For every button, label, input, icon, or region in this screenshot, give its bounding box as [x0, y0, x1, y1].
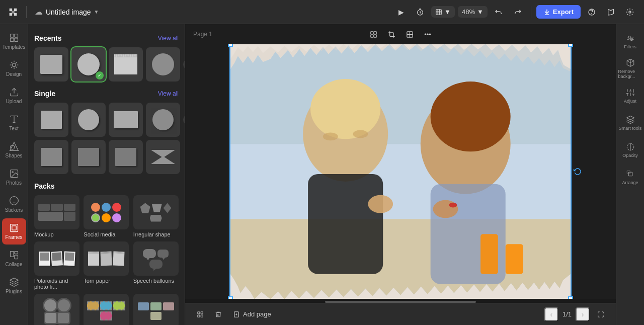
canvas-frame[interactable] — [229, 44, 572, 299]
pack-torn[interactable]: Torn paper — [84, 241, 129, 290]
sidebar-item-plugins[interactable]: Plugins — [2, 273, 26, 299]
pack-plastic[interactable]: Plastic — [133, 294, 179, 325]
add-page-button[interactable]: Add page — [229, 308, 275, 320]
svg-rect-23 — [374, 31, 376, 34]
pack-plastic-thumb — [133, 294, 179, 325]
single-frame-sq3[interactable] — [71, 140, 106, 174]
sidebar-item-design[interactable]: Design — [2, 55, 26, 82]
svg-rect-17 — [10, 224, 18, 232]
pack-stamps[interactable]: Stamps and labels — [84, 294, 129, 325]
redo-button[interactable] — [510, 4, 526, 20]
pack-social-label: Social media — [84, 231, 129, 237]
canvas-toolbar: Page 1 ••• — [185, 24, 616, 44]
fullscreen-button[interactable] — [594, 307, 608, 321]
recent-frame-2[interactable]: ✓ — [71, 47, 106, 82]
single-frame-wide[interactable] — [109, 103, 143, 137]
export-button[interactable]: Export — [536, 5, 581, 19]
recents-view-all[interactable]: View all — [158, 35, 179, 42]
right-tool-smart[interactable]: Smart tools — [618, 110, 642, 136]
handle-tl[interactable] — [228, 44, 233, 47]
single-frame-round[interactable] — [146, 103, 180, 137]
single-frame-sq4[interactable] — [109, 140, 143, 174]
flag-button[interactable] — [603, 4, 619, 20]
adjust-label: Adjust — [624, 99, 636, 104]
sidebar-item-templates[interactable]: Templates — [2, 28, 26, 54]
resize-control[interactable]: ▼ — [431, 6, 455, 18]
pack-mockup[interactable]: Mockup — [34, 195, 79, 237]
recents-next-arrow[interactable]: › — [183, 59, 185, 70]
svg-point-43 — [449, 203, 457, 208]
zoom-control[interactable]: 48% ▼ — [458, 6, 488, 18]
title-area: ☁ Untitled image ▼ — [35, 7, 99, 17]
next-page-button[interactable]: › — [576, 307, 590, 321]
sidebar-item-upload[interactable]: Upload — [2, 83, 26, 109]
logo[interactable] — [6, 5, 20, 19]
sidebar-item-frames[interactable]: Frames — [2, 218, 26, 245]
sidebar-item-collage[interactable]: Collage — [2, 246, 26, 272]
title-chevron-icon[interactable]: ▼ — [94, 9, 99, 15]
right-tool-arrange[interactable]: Arrange — [618, 164, 642, 190]
sidebar-item-photos[interactable]: Photos — [2, 164, 26, 190]
grid-tool-button[interactable] — [402, 27, 417, 42]
svg-point-40 — [353, 130, 368, 138]
single-header: Single View all — [34, 90, 179, 98]
select-tool-button[interactable] — [366, 27, 381, 42]
pack-irregular[interactable]: Irregular shape — [133, 195, 179, 237]
canvas-viewport[interactable] — [185, 44, 616, 299]
canvas-image — [230, 44, 571, 299]
right-tool-remove-bg[interactable]: Remove backgr... — [618, 55, 642, 82]
pack-polaroids[interactable]: Polaroids and photo fr... — [34, 241, 79, 290]
right-tool-adjust[interactable]: Adjust — [618, 83, 642, 109]
undo-button[interactable] — [491, 4, 507, 20]
pack-social[interactable]: Social media — [84, 195, 129, 237]
recents-title: Recents — [34, 34, 61, 42]
svg-point-32 — [310, 79, 380, 139]
more-tool-button[interactable]: ••• — [420, 27, 435, 42]
svg-rect-29 — [230, 44, 571, 144]
stickers-label: Stickers — [5, 207, 23, 213]
timer-button[interactable] — [412, 4, 428, 20]
handle-tr[interactable] — [568, 44, 573, 47]
packs-header: Packs — [34, 182, 179, 190]
svg-rect-20 — [14, 252, 18, 254]
single-frame-bowtie[interactable] — [146, 140, 180, 174]
right-tool-opacity[interactable]: Opacity — [618, 137, 642, 163]
settings-button[interactable] — [622, 4, 638, 20]
play-button[interactable]: ▶ — [393, 4, 409, 20]
sidebar-item-text[interactable]: Text — [2, 110, 26, 136]
svg-rect-33 — [308, 174, 383, 274]
svg-point-41 — [368, 195, 393, 213]
grid-view-button[interactable] — [193, 307, 207, 321]
sidebar-item-stickers[interactable]: Stickers — [2, 191, 26, 217]
svg-rect-25 — [374, 35, 376, 37]
pack-lined[interactable]: Lined frames — [34, 294, 79, 325]
recents-header: Recents View all — [34, 34, 179, 42]
scrollbar-thumb — [325, 301, 476, 303]
frames-panel: Recents View all ✓ — [28, 24, 185, 325]
recent-frame-1[interactable] — [34, 47, 68, 82]
recent-frame-4[interactable] — [146, 47, 180, 82]
single-frame-rect[interactable] — [34, 103, 68, 137]
rotate-handle[interactable] — [573, 167, 583, 177]
single-frame-sq2[interactable] — [34, 140, 68, 174]
help-button[interactable] — [584, 4, 600, 20]
right-sidebar: Filters Remove backgr... Adjust Smart to… — [616, 24, 644, 325]
opacity-label: Opacity — [622, 153, 638, 158]
sidebar-item-shapes[interactable]: Shapes — [2, 137, 26, 163]
svg-rect-37 — [480, 234, 498, 274]
topbar-controls: ▶ ▼ 48% ▼ Export — [393, 4, 638, 20]
single-view-all[interactable]: View all — [158, 90, 179, 97]
single-frame-circle[interactable] — [71, 103, 106, 137]
prev-page-button[interactable]: ‹ — [544, 307, 558, 321]
pack-speech[interactable]: Speech balloons — [133, 241, 179, 290]
packs-grid: Mockup Social media — [34, 195, 179, 325]
panel-scroll[interactable]: Recents View all ✓ — [28, 24, 185, 325]
svg-rect-19 — [10, 252, 14, 257]
single-next-arrow[interactable]: › — [183, 114, 185, 125]
crop-tool-button[interactable] — [384, 27, 399, 42]
recent-frame-3[interactable] — [109, 47, 143, 82]
delete-page-button[interactable] — [211, 307, 225, 321]
horizontal-scrollbar[interactable] — [185, 299, 616, 303]
resize-chevron: ▼ — [444, 8, 451, 16]
right-tool-filters[interactable]: Filters — [618, 28, 642, 54]
